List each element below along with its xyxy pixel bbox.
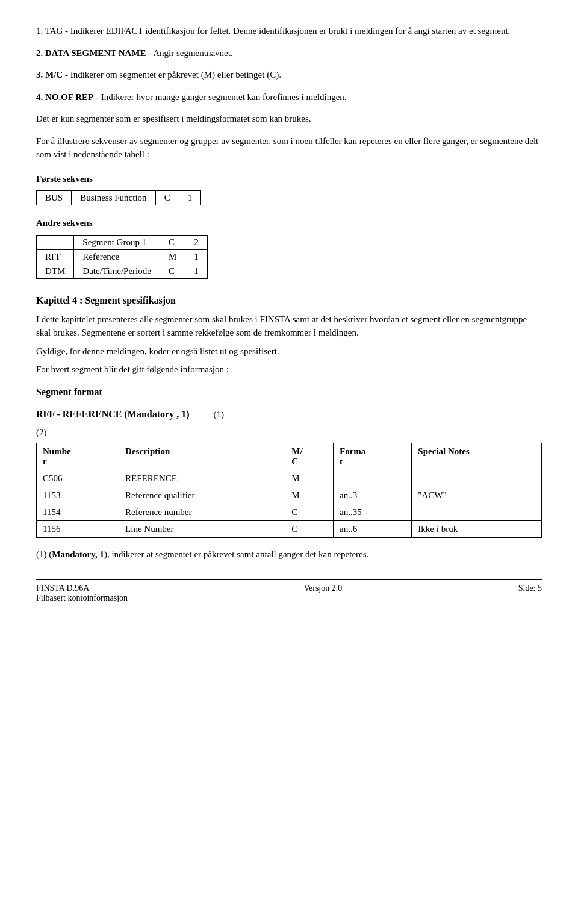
cell-description: Reference number: [119, 504, 285, 521]
cell-mc: C: [285, 504, 334, 521]
rff-section: RFF - REFERENCE (Mandatory , 1) (1) (2) …: [36, 409, 542, 538]
bus-name: Business Function: [72, 191, 155, 205]
paragraph-3: 3. M/C - Indikerer om segmentet er påkre…: [36, 68, 542, 82]
cell-description: Line Number: [119, 521, 285, 538]
table-row: BUS Business Function C 1: [37, 191, 201, 205]
rff-table: Number Description M/C Format Special No…: [36, 443, 542, 538]
seg-group-name: Segment Group 1: [74, 235, 160, 249]
dtm-name: Date/Time/Periode: [74, 264, 160, 278]
p3-label: 3. M/C: [36, 70, 63, 80]
cell-mc: C: [285, 521, 334, 538]
p4-text: 4. NO.OF REP - Indikerer hvor mange gang…: [36, 90, 542, 104]
footer-doc-name: FINSTA D.96A: [36, 584, 89, 593]
cell-mc: M: [285, 487, 334, 504]
page-footer: FINSTA D.96A Filbasert kontoinformasjon …: [36, 579, 542, 603]
table-row: RFF Reference M 1: [37, 249, 208, 264]
rff-tag: RFF: [37, 249, 74, 264]
rff-heading: RFF - REFERENCE (Mandatory , 1): [36, 409, 190, 420]
first-sequence-section: Første sekvens BUS Business Function C 1: [36, 172, 542, 206]
cell-number: 1153: [37, 487, 119, 504]
cell-description: Reference qualifier: [119, 487, 285, 504]
first-sequence-label: Første sekvens: [36, 172, 542, 186]
col-mc: M/C: [285, 443, 334, 470]
p6-text: For å illustrere sekvenser av segmenter …: [36, 134, 542, 161]
cell-mc: M: [285, 470, 334, 487]
footer-version: Versjon 2.0: [303, 584, 342, 593]
table-row: DTM Date/Time/Periode C 1: [37, 264, 208, 278]
footnote-section: (1) (Mandatory, 1), indikerer at segment…: [36, 548, 542, 561]
cell-notes: "ACW": [412, 487, 542, 504]
p4-label: 4. NO.OF REP: [36, 92, 93, 102]
rff-rep: 1: [185, 249, 208, 264]
table-row: 1154 Reference number C an..35: [37, 504, 542, 521]
rff-name: Reference: [74, 249, 160, 264]
bus-tag: BUS: [37, 191, 72, 205]
cell-number: 1156: [37, 521, 119, 538]
second-sequence-label: Andre sekvens: [36, 216, 542, 230]
seg-group-rep: 2: [185, 235, 208, 249]
paragraph-6: For å illustrere sekvenser av segmenter …: [36, 134, 542, 161]
table-header-row: Number Description M/C Format Special No…: [37, 443, 542, 470]
chapter4-section: Kapittel 4 : Segment spesifikasjon I det…: [36, 293, 542, 399]
footer-right: Side: 5: [518, 584, 542, 603]
paragraph-1: 1. TAG - Indikerer EDIFACT identifikasjo…: [36, 24, 542, 38]
footer-page: Side: 5: [518, 584, 542, 593]
paragraph-2: 2. DATA SEGMENT NAME - Angir segmentnavn…: [36, 46, 542, 60]
p2-rest: - Angir segmentnavnet.: [146, 48, 233, 58]
chapter4-para1: I dette kapittelet presenteres alle segm…: [36, 313, 542, 340]
paragraph-5: Det er kun segmenter som er spesifisert …: [36, 112, 542, 126]
cell-format: an..3: [334, 487, 412, 504]
table-row: 1156 Line Number C an..6 Ikke i bruk: [37, 521, 542, 538]
p3-text: 3. M/C - Indikerer om segmentet er påkre…: [36, 68, 542, 82]
cell-format: an..35: [334, 504, 412, 521]
dtm-mc: C: [160, 264, 185, 278]
chapter4-para3: For hvert segment blir det gitt følgende…: [36, 363, 542, 376]
segment-format-label: Segment format: [36, 385, 542, 399]
footer-center: Versjon 2.0: [303, 584, 342, 603]
footnote-text: (1) (Mandatory, 1), indikerer at segment…: [36, 548, 542, 561]
paragraph-4: 4. NO.OF REP - Indikerer hvor mange gang…: [36, 90, 542, 104]
footnote-bold-part: (1) (Mandatory, 1), indikerer at segment…: [36, 549, 368, 559]
cell-format: [334, 470, 412, 487]
table-row: Segment Group 1 C 2: [37, 235, 208, 249]
p5-text: Det er kun segmenter som er spesifisert …: [36, 112, 542, 126]
col-format: Format: [334, 443, 412, 470]
cell-description: REFERENCE: [119, 470, 285, 487]
p2-text: 2. DATA SEGMENT NAME - Angir segmentnavn…: [36, 46, 542, 60]
p4-rest: - Indikerer hvor mange ganger segmentet …: [93, 92, 346, 102]
dtm-rep: 1: [185, 264, 208, 278]
rff-mc: M: [160, 249, 185, 264]
bus-rep: 1: [179, 191, 201, 205]
chapter4-heading: Kapittel 4 : Segment spesifikasjon: [36, 293, 542, 308]
cell-number: 1154: [37, 504, 119, 521]
cell-format: an..6: [334, 521, 412, 538]
cell-notes: [412, 470, 542, 487]
cell-notes: Ikke i bruk: [412, 521, 542, 538]
second-sequence-table: Segment Group 1 C 2 RFF Reference M 1 DT…: [36, 235, 208, 279]
seg-group-tag: [37, 235, 74, 249]
first-sequence-table: BUS Business Function C 1: [36, 190, 201, 205]
rff-paren: (1): [214, 410, 225, 420]
seg-group-mc: C: [160, 235, 185, 249]
second-sequence-section: Andre sekvens Segment Group 1 C 2 RFF Re…: [36, 216, 542, 279]
p3-rest: - Indikerer om segmentet er påkrevet (M)…: [63, 70, 281, 80]
bus-mc: C: [155, 191, 179, 205]
rff-number-label: (2): [36, 426, 542, 440]
cell-notes: [412, 504, 542, 521]
table-row: C506 REFERENCE M: [37, 470, 542, 487]
col-special-notes: Special Notes: [412, 443, 542, 470]
p2-label: 2. DATA SEGMENT NAME: [36, 48, 146, 58]
table-row: 1153 Reference qualifier M an..3 "ACW": [37, 487, 542, 504]
chapter4-para2: Gyldige, for denne meldingen, koder er o…: [36, 345, 542, 358]
p1-text: 1. TAG - Indikerer EDIFACT identifikasjo…: [36, 24, 542, 38]
footer-doc-subtitle: Filbasert kontoinformasjon: [36, 593, 128, 602]
dtm-tag: DTM: [37, 264, 74, 278]
footer-left: FINSTA D.96A Filbasert kontoinformasjon: [36, 584, 128, 603]
cell-number: C506: [37, 470, 119, 487]
col-number: Number: [37, 443, 119, 470]
col-description: Description: [119, 443, 285, 470]
